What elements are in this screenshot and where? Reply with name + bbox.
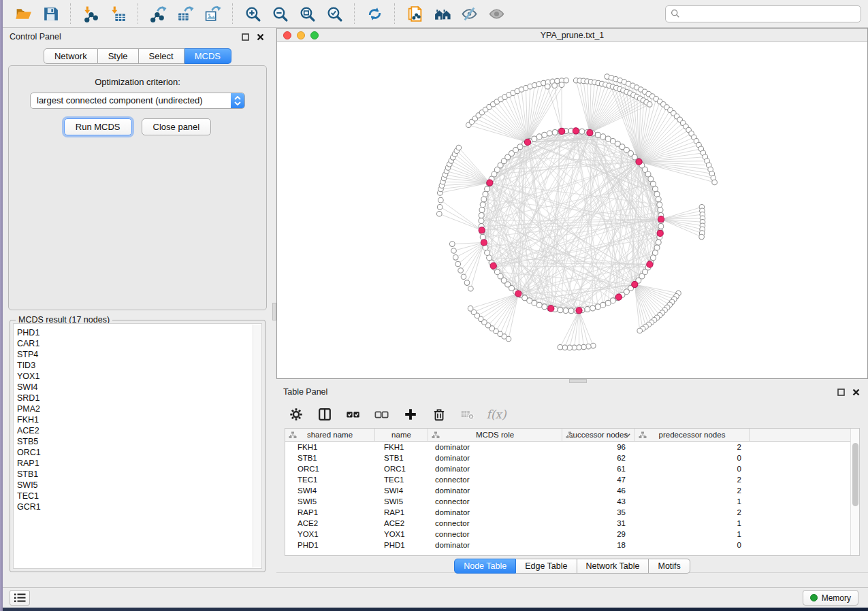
cell-name[interactable]: SWI4	[375, 485, 428, 496]
table-row-tec1[interactable]: TEC1TEC1connector472	[285, 474, 859, 485]
deselect-all-rows-button[interactable]	[372, 405, 392, 424]
column-header-name[interactable]: name	[375, 429, 428, 441]
network-graph[interactable]	[277, 42, 867, 378]
mcds-node-fkh1[interactable]: FKH1	[17, 414, 252, 425]
cell-predecessor-nodes[interactable]: 0	[635, 540, 750, 550]
cell-successor-nodes[interactable]: 18	[562, 540, 635, 550]
tab-node-table[interactable]: Node Table	[454, 559, 516, 574]
cell-predecessor-nodes[interactable]: 1	[635, 518, 750, 529]
import-table-button[interactable]	[108, 3, 128, 24]
table-settings-button[interactable]	[286, 405, 306, 424]
mcds-node-tec1[interactable]: TEC1	[17, 491, 252, 501]
network-window-titlebar[interactable]: YPA_prune.txt_1	[277, 29, 867, 42]
open-file-button[interactable]	[13, 3, 33, 24]
add-column-button[interactable]	[400, 405, 421, 424]
table-row-phd1[interactable]: PHD1PHD1dominator180	[285, 540, 859, 550]
cell-mcds-role[interactable]: dominator	[428, 485, 562, 496]
mcds-node-ace2[interactable]: ACE2	[17, 425, 252, 436]
graphics-details-button[interactable]	[459, 3, 479, 24]
zoom-in-button[interactable]	[242, 3, 263, 24]
column-header-shared-name[interactable]: shared name	[285, 429, 375, 441]
close-table-panel-button[interactable]	[850, 386, 861, 397]
home-button[interactable]	[432, 3, 452, 24]
memory-button[interactable]: Memory	[803, 590, 858, 606]
cell-successor-nodes[interactable]: 46	[562, 485, 635, 496]
control-tab-mcds[interactable]: MCDS	[184, 48, 231, 64]
cell-mcds-role[interactable]: connector	[428, 529, 562, 540]
cell-mcds-role[interactable]: connector	[428, 518, 562, 529]
cell-predecessor-nodes[interactable]: 1	[635, 529, 750, 540]
table-row-fkh1[interactable]: FKH1FKH1dominator962	[285, 442, 859, 452]
table-row-orc1[interactable]: ORC1ORC1dominator610	[285, 463, 859, 474]
control-tab-style[interactable]: Style	[98, 48, 139, 64]
mcds-node-stp4[interactable]: STP4	[17, 349, 252, 360]
run-mcds-button[interactable]: Run MCDS	[64, 118, 132, 135]
control-tab-select[interactable]: Select	[139, 48, 184, 64]
cell-name[interactable]: STB1	[375, 452, 428, 463]
cell-shared-name[interactable]: RAP1	[285, 507, 375, 518]
export-network-button[interactable]	[148, 3, 168, 24]
tab-motifs[interactable]: Motifs	[649, 559, 690, 574]
cell-mcds-role[interactable]: dominator	[428, 442, 562, 452]
table-row-ace2[interactable]: ACE2ACE2connector311	[285, 518, 859, 529]
cell-shared-name[interactable]: YOX1	[285, 529, 375, 540]
column-header-successor-nodes[interactable]: successor nodes	[562, 429, 635, 441]
optimization-criterion-select[interactable]: largest connected component (undirected)	[30, 93, 245, 109]
cell-name[interactable]: FKH1	[375, 442, 428, 452]
cell-successor-nodes[interactable]: 31	[562, 518, 635, 529]
cell-successor-nodes[interactable]: 29	[562, 529, 635, 540]
mcds-node-orc1[interactable]: ORC1	[17, 447, 252, 458]
cell-successor-nodes[interactable]: 62	[562, 452, 635, 463]
column-header-predecessor-nodes[interactable]: predecessor nodes	[635, 429, 750, 441]
cell-name[interactable]: ORC1	[375, 463, 428, 474]
cell-mcds-role[interactable]: dominator	[428, 452, 562, 463]
cell-shared-name[interactable]: ORC1	[285, 463, 375, 474]
table-row-stb1[interactable]: STB1STB1dominator620	[285, 452, 859, 463]
close-panel-button[interactable]	[255, 31, 266, 42]
delete-column-button[interactable]	[429, 405, 449, 424]
cell-predecessor-nodes[interactable]: 2	[635, 474, 750, 485]
close-panel-action-button[interactable]: Close panel	[142, 118, 212, 135]
control-tab-network[interactable]: Network	[44, 48, 98, 64]
cell-successor-nodes[interactable]: 61	[562, 463, 635, 474]
cell-mcds-role[interactable]: dominator	[428, 463, 562, 474]
split-panel-button[interactable]	[315, 405, 335, 424]
cell-shared-name[interactable]: SWI4	[285, 485, 375, 496]
cell-successor-nodes[interactable]: 43	[562, 496, 635, 507]
close-window-button[interactable]	[283, 31, 291, 39]
cell-predecessor-nodes[interactable]: 1	[635, 496, 750, 507]
cell-predecessor-nodes[interactable]: 0	[635, 452, 750, 463]
minimize-window-button[interactable]	[297, 31, 305, 39]
table-row-rap1[interactable]: RAP1RAP1dominator352	[285, 507, 859, 518]
splitter-grip[interactable]	[272, 303, 276, 320]
mcds-node-rap1[interactable]: RAP1	[17, 458, 252, 469]
mcds-node-srd1[interactable]: SRD1	[17, 393, 252, 403]
table-row-yox1[interactable]: YOX1YOX1connector291	[285, 529, 859, 540]
cell-shared-name[interactable]: STB1	[285, 452, 375, 463]
mcds-node-swi5[interactable]: SWI5	[17, 480, 252, 491]
cell-successor-nodes[interactable]: 47	[562, 474, 635, 485]
mcds-node-swi4[interactable]: SWI4	[17, 382, 252, 393]
mcds-node-phd1[interactable]: PHD1	[17, 327, 252, 338]
task-history-button[interactable]	[10, 590, 30, 606]
float-panel-button[interactable]	[240, 31, 251, 42]
cell-shared-name[interactable]: PHD1	[285, 540, 375, 550]
cell-name[interactable]: RAP1	[375, 507, 428, 518]
zoom-out-button[interactable]	[270, 3, 290, 24]
cell-mcds-role[interactable]: connector	[428, 496, 562, 507]
cell-name[interactable]: YOX1	[375, 529, 428, 540]
import-network-button[interactable]	[80, 3, 101, 24]
cell-name[interactable]: TEC1	[375, 474, 428, 485]
cell-predecessor-nodes[interactable]: 2	[635, 442, 750, 452]
mcds-node-pma2[interactable]: PMA2	[17, 403, 252, 414]
export-table-button[interactable]	[175, 3, 195, 24]
tab-edge-table[interactable]: Edge Table	[516, 559, 577, 574]
cell-successor-nodes[interactable]: 35	[562, 507, 635, 518]
cell-mcds-role[interactable]: connector	[428, 474, 562, 485]
scrollbar-thumb[interactable]	[852, 443, 858, 506]
cell-shared-name[interactable]: TEC1	[285, 474, 375, 485]
network-canvas[interactable]	[277, 42, 867, 378]
cell-name[interactable]: SWI5	[375, 496, 428, 507]
cell-mcds-role[interactable]: dominator	[428, 540, 562, 550]
tab-network-table[interactable]: Network Table	[577, 559, 649, 574]
